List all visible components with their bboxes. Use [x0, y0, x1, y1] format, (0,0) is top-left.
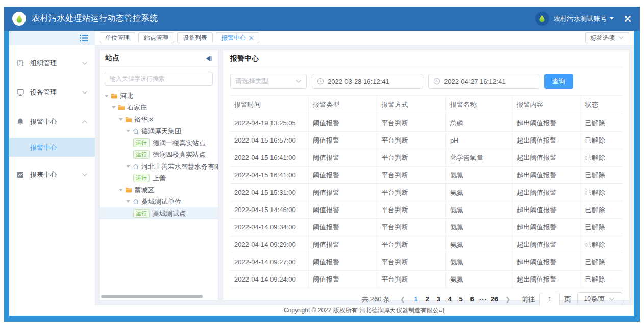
tree-caret-icon[interactable]	[119, 189, 123, 191]
page-number[interactable]: 4	[444, 295, 455, 303]
close-icon[interactable]	[249, 36, 254, 40]
tree-item[interactable]: 石家庄	[100, 102, 218, 113]
table-cell: 已解除	[581, 253, 622, 271]
prev-page-icon[interactable]: ❮	[397, 296, 408, 303]
tree-caret-icon[interactable]	[126, 130, 130, 132]
table-cell: 阈值报警	[309, 236, 377, 253]
table-cell: 氨氮	[445, 236, 512, 253]
tree-item[interactable]: 藁城区	[100, 184, 218, 196]
alarm-type-select[interactable]: 请选择类型	[230, 74, 307, 89]
next-page-icon[interactable]: ❯	[502, 296, 513, 303]
table-cell: 阈值报警	[309, 184, 377, 201]
table-cell: 已解除	[581, 132, 622, 149]
sidebar-top	[9, 31, 95, 45]
table-cell: 阈值报警	[309, 167, 377, 184]
tree-caret-icon[interactable]	[119, 118, 123, 121]
table-cell: 2022-04-14 09:29:00	[230, 236, 309, 253]
folder-icon	[125, 187, 132, 193]
table-row: 2022-04-14 09:34:00阈值报警平台判断氨氮超出阈值报警已解除	[230, 219, 622, 236]
app-logo	[12, 12, 26, 26]
page-number[interactable]: 6	[466, 295, 478, 303]
page-ellipsis[interactable]: ···	[478, 295, 489, 303]
tree-item[interactable]: 运行 德润四楼真实站点	[100, 149, 218, 160]
tree-item-label: 藁城测试点	[153, 209, 186, 218]
caret-down-icon	[610, 17, 614, 20]
tree-item[interactable]: 德润厚天集团	[100, 125, 218, 137]
table-cell: 已解除	[581, 236, 622, 253]
table-cell: 超出阈值报警	[512, 114, 581, 132]
tree-item[interactable]: 运行 藁城测试点	[100, 207, 218, 219]
menu-toggle-icon[interactable]	[80, 34, 88, 42]
page-numbers: 123456···26	[410, 295, 500, 303]
tree-item[interactable]: 裕华区	[100, 113, 218, 125]
tree-item[interactable]: 河北上善若水智慧水务有限公司	[100, 160, 218, 172]
account-dropdown[interactable]: 农村污水测试账号	[554, 14, 614, 24]
table-cell: 已解除	[581, 219, 622, 236]
table-cell: 已解除	[581, 201, 622, 219]
sidebar-item-label: 组织管理	[30, 59, 57, 68]
unit-icon	[132, 163, 139, 170]
column-header: 报警类型	[309, 96, 377, 114]
status-badge: 运行	[133, 150, 150, 159]
page-size-select[interactable]: 10条/页	[577, 292, 622, 306]
sidebar-item-report[interactable]: 报表中心	[9, 160, 95, 189]
table-cell: 超出阈值报警	[512, 149, 581, 167]
page-number[interactable]: 2	[422, 295, 433, 303]
start-time-input[interactable]: 2022-03-28 16:12:41	[312, 74, 423, 89]
table-cell: 2022-04-14 09:24:00	[230, 271, 309, 288]
tree-caret-icon[interactable]	[105, 95, 109, 97]
tab-device-list[interactable]: 设备列表	[177, 32, 213, 43]
tab-bar: 单位管理 站点管理 设备列表 报警中心 标签选项	[95, 31, 634, 45]
table-cell: 阈值报警	[309, 149, 377, 167]
table-row: 2022-04-15 16:41:00阈值报警平台判断化学需氧量超出阈值报警已解…	[230, 149, 622, 167]
sidebar-item-alarm[interactable]: 报警中心	[9, 107, 95, 136]
tab-alarm-center[interactable]: 报警中心	[216, 32, 259, 43]
tree-caret-icon[interactable]	[112, 106, 116, 109]
horizontal-scrollbar[interactable]	[101, 295, 216, 299]
tree-item-label: 德润四楼真实站点	[153, 150, 206, 159]
tree-item-label: 石家庄	[127, 103, 147, 112]
table-cell: 已解除	[581, 149, 622, 167]
tab-station-management[interactable]: 站点管理	[138, 32, 174, 43]
table-cell: 氨氮	[445, 271, 512, 288]
table-cell: 氨氮	[445, 219, 512, 236]
table-row: 2022-04-14 09:29:00阈值报警平台判断氨氮超出阈值报警已解除	[230, 236, 622, 253]
end-time-input[interactable]: 2022-04-27 16:12:41	[428, 74, 539, 89]
page-title: 报警中心	[230, 50, 622, 67]
page-number[interactable]: 26	[489, 295, 500, 303]
tree-caret-icon[interactable]	[126, 165, 130, 168]
page-number[interactable]: 1	[410, 295, 422, 303]
clock-icon	[317, 78, 324, 85]
tree-item[interactable]: 河北	[100, 90, 218, 102]
sidebar-item-org[interactable]: 组织管理	[9, 49, 95, 78]
tab-unit-management[interactable]: 单位管理	[100, 32, 135, 43]
account-logo	[535, 12, 549, 26]
tree-item[interactable]: 运行 德润一楼真实站点	[100, 137, 218, 149]
alarm-center-panel: 报警中心 请选择类型 2022-03-28	[222, 50, 630, 301]
sidebar-subitem-alarm-center[interactable]: 报警中心	[9, 138, 95, 157]
tree-search-input[interactable]	[105, 72, 213, 86]
sidebar-item-device[interactable]: 设备管理	[9, 78, 95, 107]
goto-page-input[interactable]	[539, 293, 560, 306]
table-header-row: 报警时间报警类型报警方式报警名称报警内容状态	[230, 96, 622, 114]
tab-options-button[interactable]: 标签选项	[585, 32, 629, 43]
alarm-table: 报警时间报警类型报警方式报警名称报警内容状态 2022-04-19 13:25:…	[230, 95, 622, 288]
tree-caret-icon[interactable]	[126, 200, 130, 203]
clock-icon	[433, 78, 440, 85]
site-tree-panel: 站点 河北	[99, 50, 218, 301]
fullscreen-icon[interactable]	[624, 15, 632, 23]
tree-item-label: 裕华区	[134, 115, 154, 124]
table-cell: 2022-04-19 13:25:05	[230, 114, 309, 132]
tree-item-label: 上善	[153, 174, 166, 183]
chevron-down-icon	[609, 296, 615, 303]
app-title: 农村污水处理站运行动态管控系统	[32, 13, 158, 24]
page-number[interactable]: 3	[433, 295, 444, 303]
query-button[interactable]: 查询	[544, 74, 573, 89]
page-number[interactable]: 5	[455, 295, 466, 303]
tree-item[interactable]: 藁城测试单位	[100, 196, 218, 207]
collapse-panel-icon[interactable]	[205, 55, 212, 62]
sidebar-item-label: 设备管理	[30, 88, 57, 97]
table-cell: 氨氮	[445, 167, 512, 184]
tree-item[interactable]: 运行 上善	[100, 172, 218, 184]
folder-icon	[118, 104, 125, 111]
